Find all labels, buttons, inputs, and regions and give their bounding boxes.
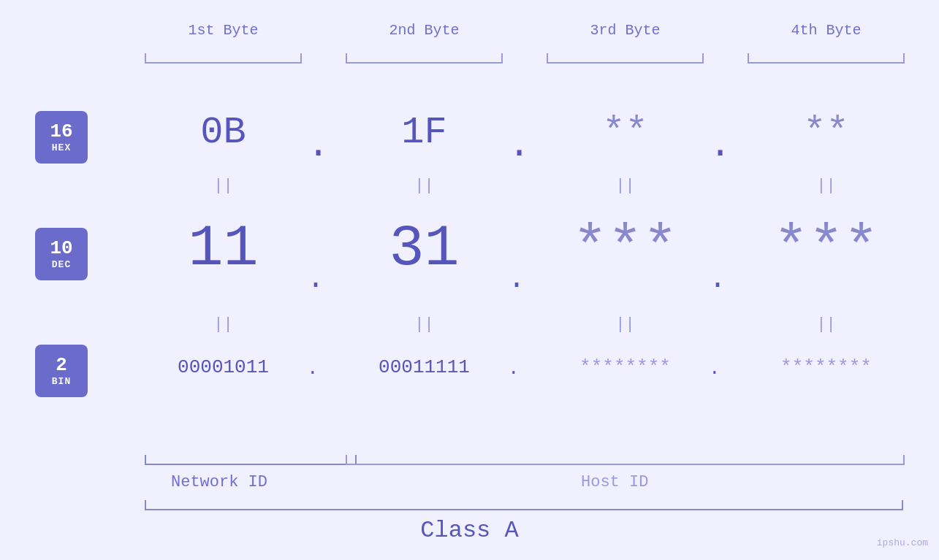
outer-bracket-line — [145, 509, 903, 510]
bin-val1: 00001011 — [145, 356, 302, 378]
bracket-col1 — [145, 62, 302, 64]
bracket-col2-left — [346, 53, 347, 64]
hex-dot1: . — [307, 124, 330, 167]
network-bracket-left — [145, 455, 146, 465]
equals1-col3: || — [547, 177, 704, 195]
dec-val1: 11 — [145, 215, 302, 282]
bracket-col3 — [547, 62, 704, 64]
equals1-col1: || — [145, 177, 302, 195]
outer-bracket-right — [902, 500, 903, 510]
col2-header: 2nd Byte — [346, 22, 503, 39]
host-bracket-right — [903, 455, 905, 465]
col4-header: 4th Byte — [748, 22, 905, 39]
dec-val2: 31 — [346, 215, 503, 282]
bin-badge-label: BIN — [52, 376, 71, 387]
bin-badge: 2 BIN — [35, 345, 88, 397]
hex-dot2: . — [508, 124, 531, 167]
bracket-col4-left — [748, 53, 749, 64]
bracket-col4-right — [903, 53, 905, 64]
dec-dot1: . — [307, 263, 324, 296]
bin-val2: 00011111 — [346, 356, 503, 378]
bracket-col2-right — [501, 53, 503, 64]
bin-dot1: . — [307, 358, 319, 380]
dec-dot2: . — [508, 263, 525, 296]
col1-header: 1st Byte — [145, 22, 302, 39]
bin-badge-number: 2 — [56, 355, 67, 376]
bin-val4: ******** — [748, 356, 905, 378]
dec-val3: *** — [547, 215, 704, 282]
hex-val4: ** — [748, 111, 905, 154]
hex-dot3: . — [709, 124, 731, 167]
hex-val2: 1F — [346, 111, 503, 154]
dec-dot3: . — [709, 263, 726, 296]
dec-badge-label: DEC — [52, 259, 71, 270]
watermark: ipshu.com — [877, 536, 928, 549]
bin-val3: ******** — [547, 356, 704, 378]
hex-val1: 0B — [145, 111, 302, 154]
bracket-col1-left — [145, 53, 146, 64]
main-container: 16 HEX 10 DEC 2 BIN 1st Byte 2nd Byte 3r… — [0, 0, 939, 560]
bracket-col1-right — [300, 53, 302, 64]
network-id-label: Network ID — [171, 473, 267, 491]
bracket-col3-right — [702, 53, 704, 64]
hex-val3: ** — [547, 111, 704, 154]
equals2-col3: || — [547, 315, 704, 334]
bracket-col2 — [346, 62, 503, 64]
bracket-col3-left — [547, 53, 548, 64]
network-bracket-line — [145, 464, 357, 465]
equals1-col4: || — [748, 177, 905, 195]
hex-badge-label: HEX — [52, 142, 71, 153]
host-bracket-left — [346, 455, 347, 465]
outer-bracket-left — [145, 500, 146, 510]
dec-badge: 10 DEC — [35, 228, 88, 280]
equals2-col1: || — [145, 315, 302, 334]
equals2-col4: || — [748, 315, 905, 334]
class-label: Class A — [0, 517, 939, 544]
hex-badge: 16 HEX — [35, 111, 88, 164]
equals2-col2: || — [346, 315, 503, 334]
host-id-label: Host ID — [581, 473, 648, 491]
bracket-col4 — [748, 62, 905, 64]
hex-badge-number: 16 — [50, 121, 72, 142]
dec-val4: *** — [748, 215, 905, 282]
host-bracket-line — [346, 464, 905, 465]
bin-dot3: . — [709, 358, 721, 380]
col3-header: 3rd Byte — [547, 22, 704, 39]
bin-dot2: . — [508, 358, 520, 380]
dec-badge-number: 10 — [50, 238, 72, 259]
equals1-col2: || — [346, 177, 503, 195]
